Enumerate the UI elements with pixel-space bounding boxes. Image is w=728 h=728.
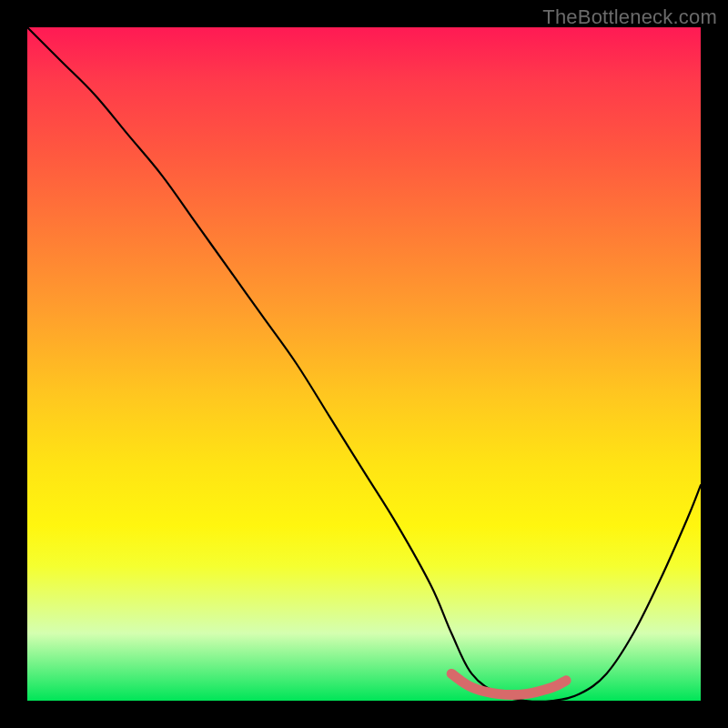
bottleneck-curve xyxy=(27,27,701,702)
watermark-text: TheBottleneck.com xyxy=(542,5,717,29)
plot-area xyxy=(27,27,701,701)
chart-frame xyxy=(27,27,701,701)
highlight-segment xyxy=(451,673,566,694)
chart-svg xyxy=(27,27,701,701)
